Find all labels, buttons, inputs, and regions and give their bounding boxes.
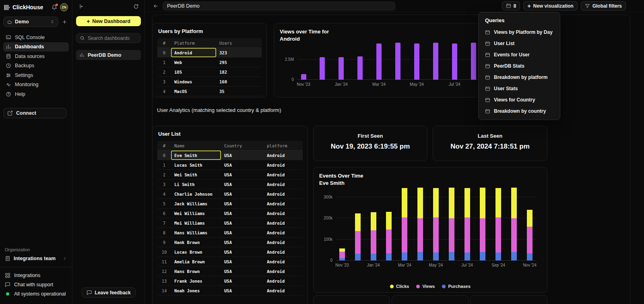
table-row[interactable]: 6Wei WilliamsUSAAndroid [157,209,303,218]
table-cell[interactable]: Android [264,218,302,227]
avatar[interactable]: ZN [60,3,68,11]
table-cell[interactable]: Android [264,247,302,256]
table-cell[interactable]: Wei Smith [171,170,221,179]
table-cell[interactable]: Android [264,257,302,266]
table-cell[interactable]: USA [221,276,264,285]
back-button[interactable] [153,3,159,9]
table-row[interactable]: 0Android323 [157,48,262,58]
query-item-breakdown-by-platform[interactable]: Breakdown by platform [479,72,560,83]
sidebar-item-backups[interactable]: Backups [3,61,69,71]
bar[interactable]: Jan '24 [339,39,344,80]
table-cell[interactable]: Android [264,170,302,179]
footer-item-all-systems-operational[interactable]: All systems operational [0,289,72,298]
table-cell[interactable]: 9 [157,238,171,247]
dashboard-title-input[interactable] [163,2,395,10]
bar[interactable]: Nov '24 [527,176,533,261]
query-item-user-list[interactable]: User List [479,38,560,49]
table-cell[interactable]: USA [221,160,264,170]
table-cell[interactable]: Li Smith [171,180,221,189]
bar[interactable]: May '24 [414,39,419,80]
table-row[interactable]: 3Windows160 [157,77,262,87]
search-input[interactable] [88,35,137,41]
table-cell[interactable]: Android [264,238,302,247]
bar[interactable] [355,176,361,261]
table-row[interactable]: 0Eve SmithUSAAndroid [157,151,303,160]
bar[interactable]: Nov '23 [339,176,345,261]
table-cell[interactable]: Frank Jones [171,276,221,285]
table-cell[interactable]: 0 [157,48,171,57]
table-cell[interactable]: 4 [157,189,171,199]
legend-item-purchases[interactable]: Purchases [442,284,471,289]
table-row[interactable]: 3Li SmithUSAAndroid [157,180,303,189]
footer-item-integrations[interactable]: Integrations [0,271,72,280]
table-cell[interactable]: 5 [157,199,171,208]
sidebar-item-data-sources[interactable]: Data sources [3,52,69,61]
table-cell[interactable]: USA [221,209,264,218]
bar[interactable] [357,39,363,80]
collapse-panel-icon[interactable] [78,4,84,9]
table-cell[interactable]: Android [264,151,302,160]
bar[interactable]: Nov '23 [301,39,306,80]
bar[interactable]: May '24 [433,176,439,261]
table-cell[interactable]: 13 [157,276,171,285]
table-row[interactable]: 5Jack WilliamsUSAAndroid [157,199,303,209]
sidebar-item-dashboards[interactable]: Dashboards [3,42,69,52]
table-cell[interactable]: 1 [157,58,171,67]
table-cell[interactable]: 1 [157,160,171,170]
table-cell[interactable]: 0 [157,151,171,160]
dashboard-list-item[interactable]: PeerDB Demo [76,50,141,60]
table-cell[interactable]: Mei Williams [171,218,221,227]
organization-team[interactable]: Integrations team [0,254,72,263]
table-cell[interactable]: Android [264,286,302,295]
leave-feedback-button[interactable]: Leave feedback [81,287,135,298]
table-row[interactable]: 7Mei WilliamsUSAAndroid [157,218,303,228]
table-cell[interactable]: 11 [157,257,171,266]
table-cell[interactable]: Wei Williams [171,209,221,218]
table-cell[interactable]: 35 [216,87,256,96]
refresh-icon[interactable] [133,4,139,9]
add-service-button[interactable] [62,19,67,25]
table-row[interactable]: 10Lucas BrownUSAAndroid [157,247,303,257]
table-cell[interactable]: Android [264,209,302,218]
table-cell[interactable]: Android [171,48,216,57]
table-cell[interactable]: Jack Williams [171,199,221,208]
legend-item-views[interactable]: Views [416,284,435,289]
table-row[interactable]: 12Hans BrownUSAAndroid [157,267,303,276]
table-cell[interactable]: Windows [171,77,216,86]
new-visualization-button[interactable]: + New visualization [523,1,577,10]
table-cell[interactable]: 6 [157,209,171,218]
table-cell[interactable]: 10 [157,247,171,256]
table-cell[interactable]: USA [221,228,264,237]
service-selector[interactable]: Demo [3,17,58,27]
table-row[interactable]: 9Hank BrownUSAAndroid [157,238,303,247]
table-cell[interactable]: Android [264,267,302,276]
query-item-breakdown-by-country[interactable]: Breakdown by country [479,105,560,117]
notifications-bell-icon[interactable] [52,4,57,10]
table-row[interactable]: 1Lucas SmithUSAAndroid [157,160,303,170]
table-cell[interactable]: Hans Williams [171,228,221,237]
connect-button[interactable]: Connect [3,108,66,118]
table-cell[interactable]: Android [264,189,302,199]
sidebar-item-help[interactable]: Help [3,89,69,99]
table-cell[interactable]: Noah Jones [171,286,221,295]
table-cell[interactable]: 160 [216,77,256,86]
bar[interactable] [433,39,438,80]
dashboard-search[interactable] [76,33,141,43]
bar[interactable]: Jul '24 [464,176,470,261]
table-cell[interactable]: Android [264,276,302,285]
bar[interactable] [471,39,476,80]
table-cell[interactable]: Android [264,228,302,237]
footer-item-chat-with-support[interactable]: Chat with support [0,280,72,289]
table-cell[interactable]: USA [221,267,264,276]
sidebar-item-settings[interactable]: Settings [3,70,69,80]
bar[interactable] [480,176,485,261]
query-item-views-for-country[interactable]: Views for Country [479,94,560,105]
bar[interactable]: Mar '24 [376,39,382,80]
table-cell[interactable]: 7 [157,218,171,227]
bar[interactable]: Mar '24 [402,176,407,261]
query-item-views-by-platform-by-day[interactable]: Views by Platform by Day [479,27,560,38]
table-cell[interactable]: USA [221,151,264,160]
global-filters-button[interactable]: Global filters [581,1,626,10]
table-cell[interactable]: 295 [216,58,256,67]
query-item-events-for-user[interactable]: Events for User [479,49,560,60]
